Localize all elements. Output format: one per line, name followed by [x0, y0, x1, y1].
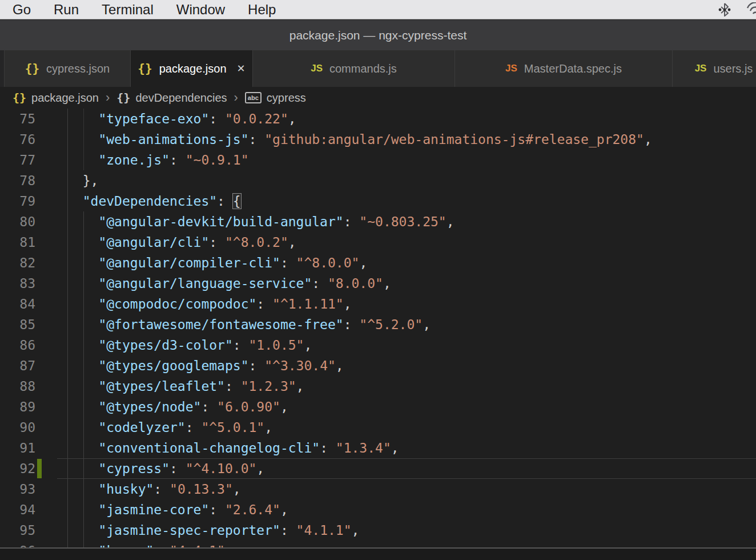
- token-key: "@types/leaflet": [98, 379, 225, 394]
- code-line[interactable]: 87 "@types/googlemaps": "^3.30.4",: [0, 355, 756, 376]
- wifi-icon[interactable]: [746, 2, 756, 17]
- line-number[interactable]: 75: [0, 109, 35, 129]
- token-punct: ,: [391, 441, 399, 455]
- code-line[interactable]: 86 "@types/d3-color": "1.0.5",: [0, 335, 756, 355]
- line-number[interactable]: 89: [0, 397, 35, 417]
- token-key: "@compodoc/compodoc": [98, 297, 256, 311]
- line-number[interactable]: 96: [0, 541, 35, 547]
- code-line[interactable]: 84 "@compodoc/compodoc": "^1.1.11",: [0, 294, 756, 314]
- indent-spaces: [67, 235, 98, 250]
- code-line[interactable]: 88 "@types/leaflet": "1.2.3",: [0, 376, 756, 397]
- tab-cypress-json[interactable]: {}cypress.json: [5, 50, 131, 87]
- code-line[interactable]: 83 "@angular/language-service": "8.0.0",: [0, 273, 756, 294]
- line-number[interactable]: 92: [0, 458, 35, 479]
- code-text: "karma": "4.4.1",: [67, 541, 233, 547]
- window-titlebar[interactable]: package.json — ngx-cypress-test: [0, 19, 756, 50]
- line-number[interactable]: 77: [0, 150, 35, 170]
- line-number[interactable]: 82: [0, 253, 35, 273]
- tab-commands-js[interactable]: JScommands.js: [253, 50, 455, 87]
- token-punct: ,: [280, 502, 288, 517]
- code-line[interactable]: 77 "zone.js": "~0.9.1": [0, 150, 756, 170]
- indent-spaces: [67, 255, 98, 270]
- code-line[interactable]: 91 "conventional-changelog-cli": "1.3.4"…: [0, 438, 756, 458]
- indent-spaces: [67, 297, 98, 311]
- indent-spaces: [67, 317, 98, 332]
- token-punct: ,: [225, 543, 233, 547]
- code-line[interactable]: 80 "@angular-devkit/build-angular": "~0.…: [0, 211, 756, 232]
- token-punct: :: [280, 523, 296, 538]
- code-text: "@types/d3-color": "1.0.5",: [67, 335, 312, 355]
- line-number[interactable]: 85: [0, 314, 35, 335]
- menu-item-terminal[interactable]: Terminal: [102, 2, 154, 18]
- code-editor[interactable]: 75 "typeface-exo": "0.0.22",76 "web-anim…: [0, 109, 756, 547]
- line-number[interactable]: 76: [0, 129, 35, 150]
- line-number[interactable]: 90: [0, 417, 35, 438]
- macos-menubar: GoRunTerminalWindowHelp: [0, 0, 756, 19]
- tab-users-js[interactable]: JSusers.js: [673, 50, 756, 87]
- menu-item-run[interactable]: Run: [54, 2, 79, 18]
- breadcrumb-item-package.json[interactable]: {}package.json: [13, 91, 99, 105]
- token-str: "0.0.22": [225, 111, 288, 126]
- close-icon[interactable]: ✕: [237, 62, 246, 75]
- string-symbol-icon: abc: [245, 92, 262, 103]
- token-key: "devDependencies": [83, 194, 217, 209]
- tab-label: package.json: [159, 62, 227, 75]
- line-number[interactable]: 91: [0, 438, 35, 458]
- line-number[interactable]: 86: [0, 335, 35, 355]
- panel-top-edge[interactable]: [0, 547, 756, 560]
- token-str: "4.4.1": [170, 543, 225, 547]
- code-line[interactable]: 96 "karma": "4.4.1",: [0, 541, 756, 547]
- line-number[interactable]: 95: [0, 520, 35, 541]
- code-line[interactable]: 89 "@types/node": "6.0.90",: [0, 397, 756, 417]
- code-line[interactable]: 95 "jasmine-spec-reporter": "4.1.1",: [0, 520, 756, 541]
- line-number[interactable]: 94: [0, 499, 35, 520]
- indent-spaces: [67, 153, 98, 167]
- line-number[interactable]: 93: [0, 479, 35, 499]
- json-file-icon: {}: [138, 62, 152, 75]
- line-number[interactable]: 83: [0, 273, 35, 294]
- code-line[interactable]: 92 "cypress": "^4.10.0",: [0, 458, 756, 479]
- code-text: "@angular-devkit/build-angular": "~0.803…: [67, 211, 455, 232]
- token-str: "^1.1.11": [272, 297, 344, 311]
- token-punct: ,: [264, 420, 272, 435]
- code-line[interactable]: 82 "@angular/compiler-cli": "^8.0.0",: [0, 253, 756, 273]
- code-text: "jasmine-core": "2.6.4",: [67, 499, 288, 520]
- line-number[interactable]: 81: [0, 232, 35, 253]
- vscode-window: GoRunTerminalWindowHelp package.jso: [0, 0, 756, 560]
- line-number[interactable]: 80: [0, 211, 35, 232]
- token-str: "^5.0.1": [201, 420, 264, 435]
- token-punct: ,: [296, 379, 304, 394]
- code-line[interactable]: 78 },: [0, 170, 756, 191]
- code-line[interactable]: 85 "@fortawesome/fontawesome-free": "^5.…: [0, 314, 756, 335]
- code-text: "@types/node": "6.0.90",: [67, 397, 288, 417]
- code-line[interactable]: 79 "devDependencies": {: [0, 191, 756, 211]
- token-key: "@angular/language-service": [98, 276, 312, 291]
- tab-masterdata-spec-js[interactable]: JSMasterData.spec.js: [455, 50, 673, 87]
- bluetooth-icon[interactable]: [717, 2, 732, 17]
- code-line[interactable]: 75 "typeface-exo": "0.0.22",: [0, 109, 756, 129]
- menu-item-window[interactable]: Window: [176, 2, 225, 18]
- breadcrumb-item-devdependencies[interactable]: {}devDependencies: [116, 91, 227, 105]
- menu-item-go[interactable]: Go: [13, 2, 31, 18]
- code-line[interactable]: 93 "husky": "0.13.3",: [0, 479, 756, 499]
- token-key: "@angular/compiler-cli": [98, 255, 280, 270]
- menu-item-help[interactable]: Help: [248, 2, 276, 18]
- code-text: "zone.js": "~0.9.1": [67, 150, 249, 170]
- code-line[interactable]: 94 "jasmine-core": "2.6.4",: [0, 499, 756, 520]
- token-str: "8.0.0": [328, 276, 383, 291]
- line-number[interactable]: 79: [0, 191, 35, 211]
- token-str: "1.0.5": [249, 338, 304, 353]
- breadcrumb-item-cypress[interactable]: abccypress: [245, 91, 306, 105]
- line-number[interactable]: 88: [0, 376, 35, 397]
- token-punct: :: [280, 255, 296, 270]
- token-punct: :: [217, 194, 233, 209]
- code-line[interactable]: 90 "codelyzer": "^5.0.1",: [0, 417, 756, 438]
- token-punct: ,: [288, 235, 296, 250]
- code-line[interactable]: 81 "@angular/cli": "^8.0.2",: [0, 232, 756, 253]
- tab-package-json[interactable]: {}package.json✕: [131, 50, 253, 87]
- indent-spaces: [67, 338, 98, 353]
- line-number[interactable]: 84: [0, 294, 35, 314]
- code-line[interactable]: 76 "web-animations-js": "github:angular/…: [0, 129, 756, 150]
- line-number[interactable]: 87: [0, 355, 35, 376]
- line-number[interactable]: 78: [0, 170, 35, 191]
